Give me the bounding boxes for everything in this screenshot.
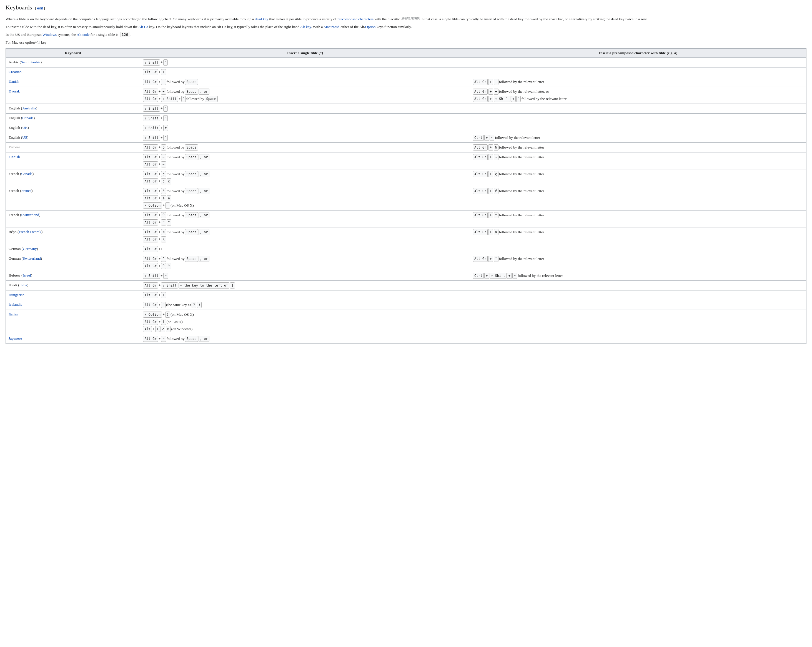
single-tilde-cell: ⇧ Shift+# (140, 123, 470, 133)
table-row: French (Switzerland)Alt Gr+^ followed by… (6, 210, 806, 227)
table-row: FinnishAlt Gr+~ followed by Space, orAlt… (6, 152, 806, 169)
precomposed-cell (470, 300, 806, 310)
table-row: FaroeseAlt Gr+δ followed by SpaceAlt Gr … (6, 142, 806, 152)
keyboard-name: Hindi (India) (6, 281, 140, 290)
single-tilde-cell: ⇧ Shift+ˋ (140, 104, 470, 113)
precomposed-cell (470, 290, 806, 300)
keyboard-name: English (Canada) (6, 113, 140, 123)
windows-link[interactable]: Windows (43, 32, 56, 37)
precomposed-cell: Alt Gr + δ followed by the relevant lett… (470, 142, 806, 152)
paragraph-2: To insert a tilde with the dead key, it … (6, 24, 806, 30)
keyboard-name: English (UK) (6, 123, 140, 133)
precomposed-cell (470, 113, 806, 123)
single-tilde-cell: Alt Gr+= followed by Space, orAlt Gr+⇧ S… (140, 87, 470, 104)
table-row: French (Canada)Alt Gr+ç followed by Spac… (6, 169, 806, 186)
table-row: DanishAlt Gr+~ followed by SpaceAlt Gr +… (6, 77, 806, 87)
single-tilde-cell: ⇧ Shift+ˋ (140, 58, 470, 67)
keyboard-name: Italian (6, 310, 140, 334)
precomposed-cell: Alt Gr + ~ followed by the relevant lett… (470, 77, 806, 87)
single-tilde-cell: Alt Gr+é followed by Space, orAlt Gr+éé⌥… (140, 186, 470, 210)
table-row: Hebrew (Israel)⇧ Shift+~Ctrl + ⇧ Shift +… (6, 271, 806, 281)
keyboards-table: Keyboard Insert a single tilde (~) Inser… (6, 48, 806, 344)
dead-key-link[interactable]: dead key (255, 17, 268, 21)
col-precomposed: Insert a precomposed character with tild… (470, 48, 806, 58)
alt-gr-link[interactable]: Alt Gr (138, 25, 148, 29)
paragraph-4: For Mac use option+'n' key (6, 40, 806, 45)
keyboard-name: German (Germany) (6, 244, 140, 254)
keyboards-table-wrap: Keyboard Insert a single tilde (~) Inser… (6, 48, 806, 344)
keyboard-name: Croatian (6, 67, 140, 77)
single-tilde-cell: ⇧ Shift+ˋ (140, 113, 470, 123)
table-row: German (Germany)Alt Gr++ (6, 244, 806, 254)
single-tilde-cell: Alt Gr+^ followed by Space, orAlt Gr+^^ (140, 210, 470, 227)
option-link[interactable]: Option (365, 25, 376, 29)
precomposed-cell (470, 67, 806, 77)
keyboard-name: Dvorak (6, 87, 140, 104)
alt-code-link[interactable]: Alt code (77, 32, 89, 37)
single-tilde-cell: Alt Gr+ç followed by Space, orAlt Gr+çç (140, 169, 470, 186)
precomposed-cell (470, 58, 806, 67)
single-tilde-cell: ⇧ Shift+ˋ (140, 133, 470, 142)
edit-link[interactable]: [ edit ] (35, 6, 45, 10)
single-tilde-cell: Alt Gr+~ followed by Space (140, 77, 470, 87)
keyboard-name: English (Australia) (6, 104, 140, 113)
precomposed-cell: Alt Gr + N followed by the relevant lett… (470, 227, 806, 244)
table-row: Hindi (India)Alt Gr+⇧ Shift+ the key to … (6, 281, 806, 290)
precomposed-cell (470, 281, 806, 290)
table-row: HungarianAlt Gr+1 (6, 290, 806, 300)
single-tilde-cell: Alt Gr+~ followed by Space, orAlt Gr+~ (140, 152, 470, 169)
paragraph-1: Where a tilde is on the keyboard depends… (6, 15, 806, 22)
section-title: Keyboards [ edit ] (6, 3, 806, 13)
table-row: JapaneseAlt Gr+~ followed by Space, or (6, 334, 806, 343)
keyboard-name: Icelandic (6, 300, 140, 310)
precomposed-cell (470, 334, 806, 343)
single-tilde-cell: Alt Gr+ˋ (the same key as ?) (140, 300, 470, 310)
keyboard-name: French (Canada) (6, 169, 140, 186)
keyboard-name: Danish (6, 77, 140, 87)
precomposed-cell: Alt Gr + = followed by the relevant lett… (470, 87, 806, 104)
keyboard-name: French (France) (6, 186, 140, 210)
table-row: Italian⌥ Option+5 (on Mac OS X)Alt Gr+ì … (6, 310, 806, 334)
keyboard-name: Arabic (Saudi Arabia) (6, 58, 140, 67)
keyboard-name: Japanese (6, 334, 140, 343)
single-tilde-cell: ⇧ Shift+~ (140, 271, 470, 281)
table-row: CroatianAlt Gr+1 (6, 67, 806, 77)
precomposed-cell (470, 104, 806, 113)
table-row: Arabic (Saudi Arabia)⇧ Shift+ˋ (6, 58, 806, 67)
single-tilde-cell: Alt Gr++ (140, 244, 470, 254)
table-row: French (France)Alt Gr+é followed by Spac… (6, 186, 806, 210)
keyboard-name: Finnish (6, 152, 140, 169)
precomposed-cell (470, 123, 806, 133)
keyboard-name: English (US) (6, 133, 140, 142)
single-tilde-cell: Alt Gr+⇧ Shift+ the key to the left of 1 (140, 281, 470, 290)
paragraph-3: In the US and European Windows systems, … (6, 32, 806, 38)
precomposed-cell: Alt Gr + ^ followed by the relevant lett… (470, 210, 806, 227)
keyboard-name: Hebrew (Israel) (6, 271, 140, 281)
keyboard-name: Hungarian (6, 290, 140, 300)
single-tilde-cell: ⌥ Option+5 (on Mac OS X)Alt Gr+ì (on Lin… (140, 310, 470, 334)
table-row: DvorakAlt Gr+= followed by Space, orAlt … (6, 87, 806, 104)
table-row: English (Australia)⇧ Shift+ˋ (6, 104, 806, 113)
table-row: English (US)⇧ Shift+ˋCtrl + ~ followed b… (6, 133, 806, 142)
single-tilde-cell: Alt Gr+N followed by Space, orAlt Gr+K (140, 227, 470, 244)
table-row: IcelandicAlt Gr+ˋ (the same key as ?) (6, 300, 806, 310)
precomposed-cell (470, 244, 806, 254)
single-tilde-cell: Alt Gr+~ followed by Space, or (140, 334, 470, 343)
single-tilde-cell: Alt Gr+δ followed by Space (140, 142, 470, 152)
macintosh-link[interactable]: Macintosh (324, 25, 340, 29)
table-row: English (Canada)⇧ Shift+ˋ (6, 113, 806, 123)
alt-key-link[interactable]: Alt key (300, 25, 311, 29)
keyboard-name: Bépo (French Dvorak) (6, 227, 140, 244)
precomposed-cell: Alt Gr + é followed by the relevant lett… (470, 186, 806, 210)
precomposed-cell (470, 310, 806, 334)
precomposed-cell: Alt Gr + ^ followed by the relevant lett… (470, 254, 806, 271)
keyboard-name: French (Switzerland) (6, 210, 140, 227)
table-row: Bépo (French Dvorak)Alt Gr+N followed by… (6, 227, 806, 244)
table-row: German (Switzerland)Alt Gr+^ followed by… (6, 254, 806, 271)
precomposed-link[interactable]: precomposed characters (337, 17, 374, 21)
col-single: Insert a single tilde (~) (140, 48, 470, 58)
precomposed-cell: Alt Gr + ç followed by the relevant lett… (470, 169, 806, 186)
precomposed-cell: Ctrl + ~ followed by the relevant letter (470, 133, 806, 142)
single-tilde-cell: Alt Gr+1 (140, 67, 470, 77)
table-row: English (UK)⇧ Shift+# (6, 123, 806, 133)
